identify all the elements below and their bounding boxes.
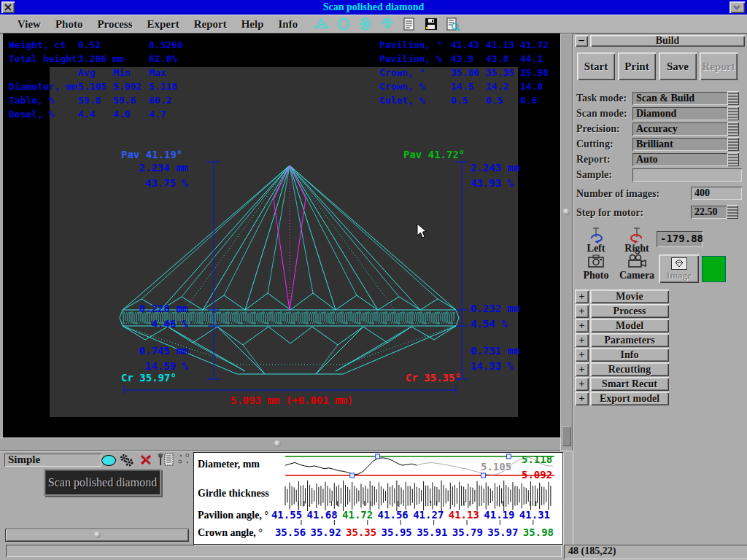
number-of-images-field[interactable]: 400 <box>691 187 742 200</box>
status-bar: 48 (185,22) <box>564 545 747 559</box>
field-label: Cutting: <box>576 139 614 150</box>
settings-gears-icon[interactable] <box>118 453 134 467</box>
scan-mode-field[interactable]: Diamond <box>632 107 731 120</box>
section-export-model[interactable]: Export model <box>590 392 669 405</box>
angle-value: 41.68 <box>306 509 339 521</box>
dim-right-height-mm: 2.243 mm <box>471 162 519 174</box>
bottom-panel: Simple Scan polished diamond <box>0 451 573 560</box>
vertical-scrollbar-thumb[interactable] <box>563 209 570 215</box>
facet-wheel-icon[interactable] <box>356 16 375 32</box>
expand-parameters[interactable]: + <box>575 333 589 347</box>
task-mode-field[interactable]: Scan & Build <box>632 92 731 105</box>
expand-info[interactable]: + <box>575 348 589 362</box>
section-process[interactable]: Process <box>590 304 669 318</box>
print-button[interactable]: Print <box>618 52 656 80</box>
field-label: Scan mode: <box>576 108 627 120</box>
dim-right-height-pct: 43.93 % <box>471 177 514 189</box>
menu-expert[interactable]: Expert <box>139 17 186 32</box>
chevron-down-icon <box>734 6 740 9</box>
step-for-motor-field[interactable]: 22.50 <box>691 206 729 219</box>
bottom-slider[interactable] <box>6 529 188 541</box>
collapse-button[interactable] <box>729 1 745 13</box>
angle-value: 35.95 <box>380 526 414 538</box>
expand-model[interactable]: + <box>575 319 589 332</box>
current-task-button[interactable]: Scan polished diamond <box>45 470 160 494</box>
diameter-max-value: 5.118 <box>522 454 552 465</box>
section-recutting[interactable]: Recutting <box>590 362 669 376</box>
section-smart-recut[interactable]: Smart Recut <box>590 377 669 391</box>
window-title: Scan polished diamond <box>0 1 747 13</box>
tools-list-icon[interactable] <box>158 452 175 467</box>
expand-movie[interactable]: + <box>575 289 589 303</box>
save-icon[interactable] <box>422 16 441 32</box>
save-button[interactable]: Save <box>659 52 697 80</box>
girdle-ring-icon[interactable] <box>334 16 353 32</box>
dim-left-crown-pct: 14.59 % <box>115 360 188 372</box>
menu-bar: View Photo Process Expert Report Help In… <box>0 15 747 34</box>
bottom-slider-thumb[interactable] <box>94 532 101 538</box>
expand-smart-recut[interactable]: + <box>575 377 589 391</box>
title-bar: Scan polished diamond <box>0 0 747 15</box>
photo-icon[interactable] <box>587 254 605 268</box>
diamond-profile-icon[interactable] <box>312 16 331 32</box>
expand-recutting[interactable]: + <box>575 362 589 376</box>
dropdown-spinner[interactable] <box>727 106 739 120</box>
menu-report[interactable]: Report <box>187 17 234 32</box>
section-parameters[interactable]: Parameters <box>590 333 669 347</box>
vertical-scrollbar-block[interactable] <box>562 426 571 446</box>
report-preview-icon[interactable] <box>444 16 462 32</box>
section-info[interactable]: Info <box>590 348 669 362</box>
field-label: Task mode: <box>576 93 627 104</box>
horizontal-scrollbar-thumb[interactable] <box>274 440 281 447</box>
rotate-right-icon[interactable] <box>628 226 646 244</box>
menu-info[interactable]: Info <box>271 17 306 32</box>
section-movie[interactable]: Movie <box>590 289 669 303</box>
menu-process[interactable]: Process <box>90 17 139 32</box>
menu-help[interactable]: Help <box>234 17 271 32</box>
angle-value: 35.92 <box>309 526 343 538</box>
menu-view[interactable]: View <box>10 17 48 32</box>
scan-chart-panel: Diameter, mm Girdle thickness Pavilion a… <box>193 452 563 545</box>
gem-icon[interactable] <box>378 16 397 32</box>
mode-selector[interactable]: Simple <box>4 454 101 467</box>
menu-photo[interactable]: Photo <box>48 17 90 32</box>
pavilion-row-label: Pavilion angle, ° <box>198 510 268 521</box>
sample-field[interactable] <box>632 168 742 182</box>
precision-field[interactable]: Accuracy <box>632 122 731 136</box>
delete-icon[interactable] <box>139 454 152 466</box>
start-button[interactable]: Start <box>577 52 615 80</box>
scan-view-area: Weight, ct0.520.5266Total height3.206 mm… <box>0 34 560 438</box>
step-for-motor-spinner[interactable] <box>727 205 738 219</box>
vertical-scrollbar[interactable] <box>560 34 573 451</box>
dropdown-spinner[interactable] <box>727 137 739 151</box>
dim-right-girdle-mm: 0.232 mm <box>471 303 519 314</box>
rotate-left-icon[interactable] <box>587 226 605 244</box>
mouse-cursor <box>417 223 428 239</box>
ellipse-tool-icon[interactable] <box>101 455 116 466</box>
report-field[interactable]: Auto <box>632 153 731 166</box>
dropdown-spinner[interactable] <box>727 122 739 136</box>
table-row: Weight, ct0.520.5266 <box>9 38 187 52</box>
dim-left-girdle-pct: 4.46 % <box>115 318 188 330</box>
expand-process[interactable]: + <box>575 304 589 318</box>
dropdown-spinner[interactable] <box>727 91 739 105</box>
angle-value: 35.56 <box>274 526 307 538</box>
notepad-icon[interactable] <box>400 16 419 32</box>
expand-export-model[interactable]: + <box>575 392 589 405</box>
dropdown-spinner[interactable] <box>727 152 739 166</box>
section-model[interactable]: Model <box>590 319 669 332</box>
crown-angle-right-label: Cr 35.35° <box>406 372 461 384</box>
application-window: Scan polished diamond View Photo Process… <box>0 0 747 560</box>
number-of-images-label: Number of images: <box>576 188 659 200</box>
camera-label: Camera <box>616 270 657 281</box>
girdle-row-label: Girdle thickness <box>198 488 269 499</box>
horizontal-scrollbar[interactable] <box>0 438 560 451</box>
cutting-field[interactable]: Brilliant <box>632 138 731 151</box>
diameter-min-value: 5.092 <box>522 469 552 481</box>
panel-collapse-button[interactable]: − <box>575 35 588 47</box>
image-button[interactable]: Image <box>659 254 699 283</box>
motor-angle-field[interactable]: -179.88 <box>657 231 703 247</box>
angle-value: 41.31 <box>518 509 551 521</box>
angle-value: 41.72 <box>341 509 374 521</box>
camera-icon[interactable] <box>627 254 647 268</box>
